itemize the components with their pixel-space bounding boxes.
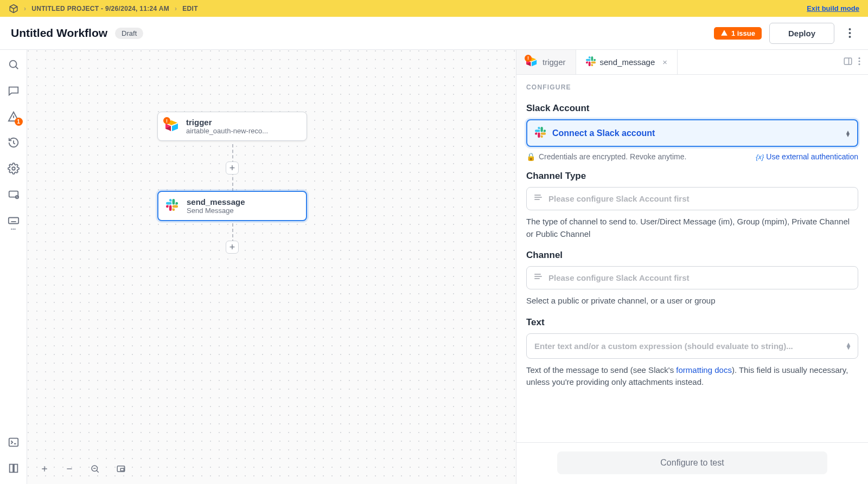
external-auth-link[interactable]: {x}Use external authentication (756, 152, 858, 161)
node-send-message[interactable]: send_message Send Message (157, 191, 307, 221)
channel-description: Select a public or private channel, or a… (526, 295, 858, 307)
svg-rect-7 (8, 218, 18, 224)
node-trigger[interactable]: ! trigger airtable_oauth-new-reco... (157, 112, 307, 141)
panel-tabs: ! trigger send_message × (516, 50, 868, 75)
text-input[interactable]: Enter text and/or a custom expression (s… (526, 333, 858, 359)
configure-section-label: CONFIGURE (516, 75, 868, 93)
text-description: Text of the message to send (see Slack's… (526, 364, 858, 389)
add-step-button[interactable]: + (226, 162, 239, 175)
slack-account-label: Slack Account (526, 103, 858, 114)
svg-rect-8 (9, 438, 18, 447)
slack-icon (586, 56, 596, 68)
breadcrumb-edit: EDIT (182, 5, 198, 12)
workflow-title[interactable]: Untitled Workflow (11, 27, 107, 40)
issues-icon[interactable]: 1 (8, 111, 20, 122)
svg-point-2 (848, 36, 851, 38)
zoom-out-button[interactable] (65, 464, 74, 475)
channel-select[interactable]: Please configure Slack Account first (526, 266, 858, 289)
channel-type-description: The type of channel to send to. User/Dir… (526, 216, 858, 240)
expression-icon: {x} (756, 153, 764, 161)
credentials-hint: 🔒Credentials are encrypted. Revoke anyti… (526, 152, 686, 161)
breadcrumb-project[interactable]: UNTITLED PROJECT - 9/26/2024, 11:24 AM (31, 5, 169, 12)
title-row: Untitled Workflow Draft 1 issue Deploy (0, 17, 868, 50)
node-send-message-title: send_message (187, 197, 298, 206)
select-chevrons-icon: ▴▾ (846, 130, 850, 137)
topbar: › UNTITLED PROJECT - 9/26/2024, 11:24 AM… (0, 0, 868, 17)
svg-point-4 (12, 167, 15, 170)
history-icon[interactable] (8, 137, 20, 149)
issue-chip-label: 1 issue (731, 29, 755, 37)
fullscreen-button[interactable] (116, 464, 126, 475)
airtable-icon: ! (165, 119, 180, 133)
panel-layout-icon[interactable] (843, 56, 853, 68)
svg-point-3 (9, 61, 16, 68)
settings-icon[interactable] (8, 163, 20, 175)
add-step-button[interactable]: + (226, 241, 239, 254)
issues-count-badge: 1 (15, 118, 23, 126)
list-icon (534, 274, 543, 282)
channel-label: Channel (526, 250, 858, 261)
comment-icon[interactable] (8, 85, 20, 96)
lock-icon: 🔒 (526, 152, 535, 161)
fit-view-button[interactable] (90, 464, 100, 475)
right-panel: ! trigger send_message × CONFI (516, 50, 868, 484)
channel-type-placeholder: Please configure Slack Account first (548, 194, 690, 203)
svg-marker-17 (532, 60, 537, 66)
app-logo-icon (9, 4, 18, 14)
close-tab-icon[interactable]: × (662, 57, 667, 67)
slack-icon (166, 199, 180, 213)
list-icon (534, 195, 543, 203)
warning-badge-icon: ! (525, 55, 532, 62)
keyboard-icon[interactable]: ••• (8, 215, 20, 227)
svg-point-0 (848, 28, 851, 30)
search-icon[interactable] (8, 59, 20, 70)
panel-kebab-icon[interactable] (858, 57, 860, 67)
canvas-bottom-toolbar (40, 464, 126, 475)
svg-point-23 (858, 63, 860, 65)
tab-send-message-label: send_message (600, 57, 655, 67)
svg-rect-20 (844, 58, 852, 64)
chevron-right-icon: › (24, 5, 26, 12)
connect-slack-select[interactable]: Connect a Slack account ▴▾ (526, 119, 858, 147)
text-field-label: Text (526, 317, 858, 328)
terminal-icon[interactable] (8, 436, 20, 448)
svg-point-1 (848, 32, 851, 34)
channel-type-label: Channel Type (526, 171, 858, 182)
kebab-menu-icon[interactable] (842, 25, 857, 41)
chevron-right-icon: › (175, 5, 177, 12)
channel-type-select[interactable]: Please configure Slack Account first (526, 187, 858, 210)
svg-point-22 (858, 60, 860, 62)
exit-build-mode-link[interactable]: Exit build mode (807, 4, 859, 12)
channel-placeholder: Please configure Slack Account first (548, 273, 690, 282)
tab-trigger[interactable]: ! trigger (516, 50, 576, 74)
zoom-in-button[interactable] (40, 464, 49, 475)
slack-icon (535, 127, 546, 139)
workflow-canvas[interactable]: ! trigger airtable_oauth-new-reco... + s… (27, 50, 868, 484)
svg-point-21 (858, 57, 860, 59)
tab-send-message[interactable]: send_message × (576, 50, 678, 74)
svg-rect-15 (120, 468, 124, 471)
device-cog-icon[interactable] (8, 189, 20, 201)
node-trigger-title: trigger (186, 118, 299, 127)
tab-trigger-label: trigger (542, 57, 566, 67)
configure-to-test-button[interactable]: Configure to test (557, 451, 827, 474)
deploy-button[interactable]: Deploy (769, 23, 834, 44)
svg-marker-10 (172, 124, 178, 131)
svg-rect-5 (9, 191, 18, 197)
issue-chip[interactable]: 1 issue (714, 27, 762, 40)
draft-status-badge: Draft (115, 28, 143, 39)
node-send-message-subtitle: Send Message (187, 206, 298, 215)
select-chevrons-icon: ▴▾ (847, 343, 850, 349)
warning-badge-icon: ! (163, 117, 170, 124)
text-placeholder: Enter text and/or a custom expression (s… (534, 341, 847, 351)
left-rail: 1 ••• (0, 50, 27, 484)
node-trigger-subtitle: airtable_oauth-new-reco... (186, 127, 299, 135)
docs-icon[interactable] (8, 462, 20, 474)
connect-slack-label: Connect a Slack account (552, 128, 655, 138)
formatting-docs-link[interactable]: formatting docs (676, 365, 732, 375)
airtable-icon: ! (526, 56, 538, 68)
